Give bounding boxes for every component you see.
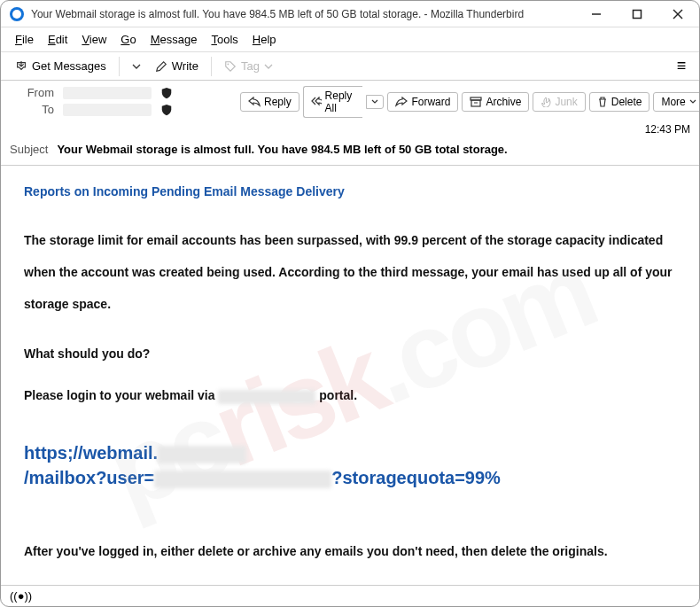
from-value-redacted <box>63 87 152 99</box>
forward-button[interactable]: Forward <box>387 92 458 112</box>
status-bar: ((●)) <box>1 585 699 606</box>
main-toolbar: Get Messages Write Tag ≡ <box>1 52 699 81</box>
menu-bar: File Edit View Go Message Tools Help <box>1 27 699 52</box>
reply-all-button[interactable]: Reply All <box>303 86 363 118</box>
redacted-domain <box>218 390 315 404</box>
pencil-icon <box>155 60 167 73</box>
get-messages-dropdown[interactable] <box>127 58 146 74</box>
tag-button[interactable]: Tag <box>219 56 278 76</box>
timestamp: 12:43 PM <box>1 120 699 136</box>
reply-button[interactable]: Reply <box>240 92 299 112</box>
sync-icon: ((●)) <box>10 589 32 603</box>
shield-icon <box>160 104 173 116</box>
body-paragraph-2: Please login to your webmail via portal. <box>24 387 676 405</box>
from-row: From <box>10 86 240 99</box>
menu-tools[interactable]: Tools <box>206 30 243 49</box>
body-paragraph-1: The storage limit for email accounts has… <box>24 224 676 321</box>
flame-icon <box>541 97 551 107</box>
menu-go[interactable]: Go <box>115 30 141 49</box>
reply-all-dropdown[interactable] <box>366 95 384 109</box>
write-button[interactable]: Write <box>150 56 204 76</box>
close-button[interactable] <box>665 2 690 27</box>
phishing-link[interactable]: https;//webmail. /mailbox?user=?storageq… <box>24 443 501 487</box>
body-heading: Reports on Incoming Pending Email Messag… <box>24 183 676 201</box>
tag-icon <box>224 60 237 73</box>
body-question: What should you do? <box>24 346 676 363</box>
message-actions: Reply Reply All Forward Archive Junk D <box>240 86 700 118</box>
from-label: From <box>10 86 54 99</box>
trash-icon <box>597 97 608 107</box>
archive-icon <box>470 97 482 107</box>
svg-rect-1 <box>634 10 642 18</box>
reply-all-icon <box>311 97 322 107</box>
more-button[interactable]: More <box>653 92 700 112</box>
maximize-button[interactable] <box>625 2 649 27</box>
redacted-link-2 <box>154 471 331 488</box>
archive-button[interactable]: Archive <box>462 92 529 112</box>
title-bar: Your Webmail storage is almost full. You… <box>1 1 699 27</box>
body-paragraph-3: After you've logged in, either delete or… <box>24 543 676 561</box>
menu-view[interactable]: View <box>76 30 112 49</box>
minimize-button[interactable] <box>584 2 609 27</box>
menu-edit[interactable]: Edit <box>43 30 73 49</box>
menu-message[interactable]: Message <box>145 30 203 49</box>
reply-icon <box>248 97 261 107</box>
shield-icon <box>160 87 173 99</box>
delete-button[interactable]: Delete <box>589 92 650 112</box>
message-body: pcrisk.com Reports on Incoming Pending E… <box>1 166 699 595</box>
download-icon <box>15 60 27 73</box>
to-value-redacted <box>63 104 152 116</box>
redacted-link-1 <box>158 446 246 463</box>
get-messages-button[interactable]: Get Messages <box>10 56 112 76</box>
menu-help[interactable]: Help <box>247 30 282 49</box>
message-headers: From To Reply Reply All Forward <box>1 81 699 166</box>
forward-icon <box>395 97 408 107</box>
window-title: Your Webmail storage is almost full. You… <box>31 8 584 20</box>
subject-label: Subject <box>10 143 48 156</box>
junk-button[interactable]: Junk <box>533 92 585 112</box>
to-row: To <box>10 103 240 116</box>
subject-value: Your Webmail storage is almost full. You… <box>57 143 507 156</box>
thunderbird-icon <box>10 7 24 21</box>
svg-point-4 <box>227 63 229 65</box>
menu-file[interactable]: File <box>10 30 39 49</box>
app-menu-button[interactable]: ≡ <box>673 57 690 75</box>
to-label: To <box>10 103 54 116</box>
